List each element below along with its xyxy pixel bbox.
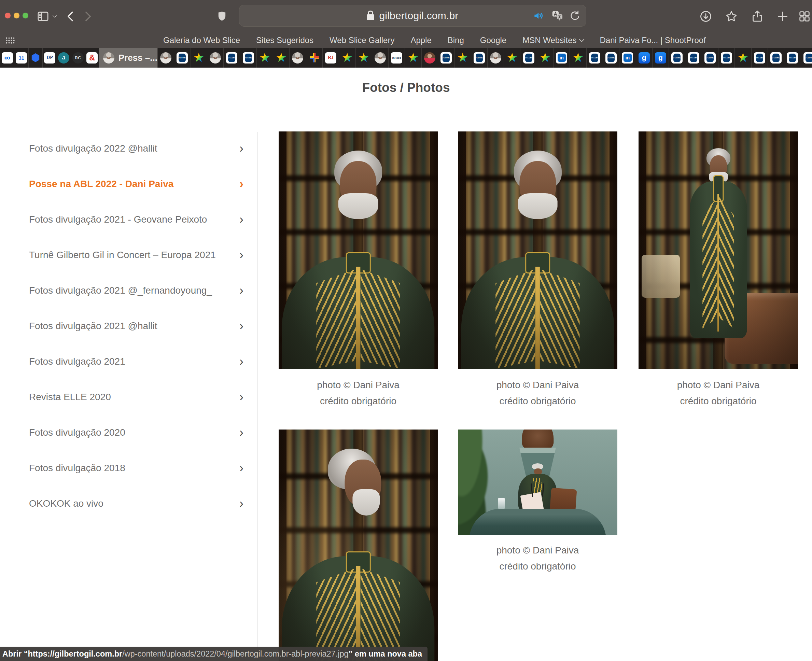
browser-tab[interactable] <box>388 48 404 68</box>
browser-tab[interactable] <box>619 48 635 68</box>
bookmark-label: Sites Sugeridos <box>256 35 313 45</box>
browser-tab[interactable] <box>28 48 42 68</box>
bookmark-star-button[interactable] <box>724 9 739 24</box>
translate-button[interactable] <box>550 8 565 23</box>
bookmark-item[interactable]: Google <box>480 35 507 45</box>
bookmark-item[interactable]: Sites Sugeridos <box>256 35 313 45</box>
browser-tab[interactable] <box>702 48 718 68</box>
browser-tab[interactable] <box>322 48 339 68</box>
address-bar[interactable]: gilbertogil.com.br <box>239 5 586 27</box>
back-button[interactable] <box>64 9 78 24</box>
sidebar-menu-chevron-button[interactable] <box>50 9 59 24</box>
forward-button[interactable] <box>80 9 95 24</box>
browser-tab[interactable] <box>652 48 668 68</box>
browser-tab[interactable] <box>0 48 14 68</box>
sidebar-item[interactable]: Turnê Gilberto Gil in Concert – Europa 2… <box>29 241 243 269</box>
browser-tab[interactable] <box>487 48 504 68</box>
sidebar-item[interactable]: Posse na ABL 2022 - Dani Paiva › <box>29 170 243 198</box>
browser-tab[interactable] <box>42 48 56 68</box>
browser-tab[interactable] <box>85 48 99 68</box>
bookmark-item[interactable]: Galeria do Web Slice <box>163 35 240 45</box>
browser-tab[interactable] <box>504 48 520 68</box>
browser-tab[interactable] <box>586 48 603 68</box>
close-window-button[interactable] <box>5 13 11 18</box>
sidebar-item[interactable]: Revista ELLE 2020 › <box>29 383 243 411</box>
browser-tab[interactable] <box>157 48 174 68</box>
browser-tab[interactable] <box>14 48 28 68</box>
browser-tab[interactable] <box>801 48 812 68</box>
zoom-window-button[interactable] <box>22 13 28 18</box>
browser-tab[interactable] <box>57 48 71 68</box>
browser-tab[interactable] <box>372 48 388 68</box>
gallery-photo-5[interactable] <box>458 429 617 535</box>
browser-tab[interactable] <box>718 48 734 68</box>
bookmark-item[interactable]: MSN Websites <box>523 35 583 45</box>
browser-tab[interactable] <box>537 48 553 68</box>
chevron-down-icon <box>51 13 58 20</box>
o-globo-favicon <box>721 52 732 64</box>
browser-tab[interactable] <box>174 48 190 68</box>
browser-tab[interactable] <box>256 48 273 68</box>
browser-tab[interactable] <box>421 48 438 68</box>
caption-credit: photo © Dani Paiva <box>458 377 617 393</box>
browser-tab[interactable] <box>751 48 767 68</box>
browser-tab[interactable] <box>767 48 784 68</box>
browser-tab[interactable] <box>240 48 256 68</box>
g-favicon <box>639 52 650 64</box>
sidebar-item[interactable]: Fotos divulgação 2021 › <box>29 348 243 375</box>
browser-tab[interactable] <box>636 48 652 68</box>
sidebar-item-label: Fotos divulgação 2021 <box>29 356 125 367</box>
bookmark-item[interactable]: Apple <box>411 35 431 45</box>
browser-tab[interactable] <box>404 48 421 68</box>
browser-tab[interactable] <box>355 48 372 68</box>
gallery-photo-2[interactable] <box>458 131 617 369</box>
browser-tab[interactable] <box>207 48 223 68</box>
downloads-button[interactable] <box>698 9 713 24</box>
reload-button[interactable] <box>567 8 583 23</box>
browser-tab[interactable] <box>569 48 586 68</box>
browser-tab[interactable] <box>520 48 536 68</box>
new-tab-button[interactable] <box>775 9 790 24</box>
sidebar-item[interactable]: Fotos divulgação 2018 › <box>29 455 243 482</box>
gallery-photo-4[interactable] <box>279 429 438 661</box>
browser-tab[interactable] <box>471 48 487 68</box>
share-button[interactable] <box>750 9 765 24</box>
browser-tab[interactable] <box>454 48 470 68</box>
infocco-favicon <box>391 52 402 64</box>
browser-tab[interactable] <box>668 48 685 68</box>
sidebar-item[interactable]: Fotos divulgação 2021 @hallit › <box>29 312 243 340</box>
browser-tab[interactable] <box>71 48 85 68</box>
browser-tab[interactable] <box>603 48 619 68</box>
browser-tab[interactable] <box>784 48 801 68</box>
sidebar-item[interactable]: Fotos divulgação 2020 › <box>29 419 243 446</box>
rj-favicon <box>325 52 336 64</box>
gallery-photo-3[interactable] <box>639 131 798 369</box>
active-tab[interactable]: Press –... <box>99 48 157 68</box>
favorites-grid-icon[interactable] <box>5 37 15 44</box>
gil-avatar-favicon <box>375 52 386 64</box>
browser-tab[interactable] <box>289 48 305 68</box>
tab-overview-button[interactable] <box>797 9 812 24</box>
sidebar-item[interactable]: Fotos divulgação 2021 - Geovane Peixoto … <box>29 206 243 233</box>
browser-tab[interactable] <box>190 48 207 68</box>
browser-tab[interactable] <box>553 48 569 68</box>
bookmark-item[interactable]: Web Slice Gallery <box>329 35 395 45</box>
caption-credit: photo © Dani Paiva <box>639 377 798 393</box>
sidebar-item[interactable]: Fotos divulgação 2021 @_fernandoyoung_ › <box>29 277 243 304</box>
privacy-report-button[interactable] <box>214 9 229 24</box>
bookmark-item[interactable]: Dani Paiva Fo... | ShootProof <box>599 35 705 45</box>
browser-tab[interactable] <box>223 48 240 68</box>
browser-tab[interactable] <box>273 48 289 68</box>
browser-tab[interactable] <box>339 48 355 68</box>
mute-audio-button[interactable] <box>531 8 546 23</box>
browser-tab[interactable] <box>306 48 322 68</box>
bookmark-item[interactable]: Bing <box>448 35 464 45</box>
browser-tab[interactable] <box>734 48 751 68</box>
sidebar-item[interactable]: OKOKOK ao vivo › <box>29 490 243 517</box>
sidebar-item[interactable]: Fotos divulgação 2022 @hallit › <box>29 135 243 162</box>
minimize-window-button[interactable] <box>14 13 19 18</box>
sidebar-toggle-button[interactable] <box>35 9 51 24</box>
browser-tab[interactable] <box>685 48 702 68</box>
browser-tab[interactable] <box>438 48 454 68</box>
gallery-photo-1[interactable] <box>279 131 438 369</box>
